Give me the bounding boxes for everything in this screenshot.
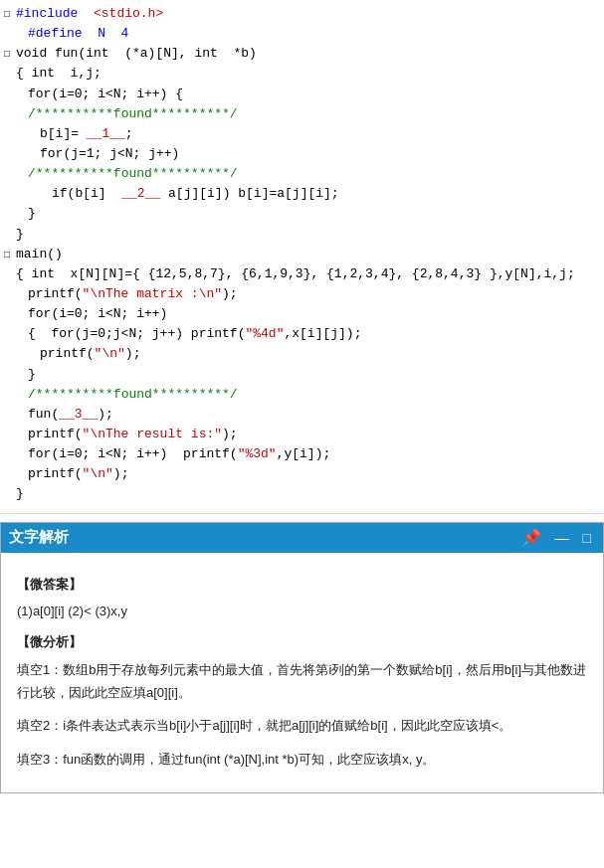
code-token: { for(j=0;j<N; j++) printf(: [28, 324, 245, 344]
code-token: );: [98, 405, 113, 425]
micro-answer-label: 【微答案】: [17, 573, 587, 596]
code-token: b[i]=: [40, 124, 87, 144]
code-token: for(i=0; i<N; i++): [28, 304, 167, 324]
block2-content: i条件表达式表示当b[i]小于a[j][i]时，就把a[j][i]的值赋给b[i…: [63, 718, 511, 733]
code-line: □void fun(int (*a)[N], int *b): [0, 44, 604, 64]
code-token: /: [28, 104, 36, 124]
code-token: }: [16, 484, 24, 504]
code-token: for(i=0; i<N; i++) printf(: [28, 444, 238, 464]
code-token: /: [28, 164, 36, 184]
code-line: for(i=0; i<N; i++) {: [0, 85, 604, 104]
code-token: <stdio.h>: [94, 4, 163, 24]
code-token: ;: [125, 124, 133, 144]
code-token: **********found**********/: [36, 385, 238, 405]
code-token: #include: [16, 4, 94, 24]
code-line: if(b[i] __2__ a[j][i]) b[i]=a[j][i];: [0, 184, 604, 204]
code-line: □#include <stdio.h>: [0, 4, 604, 24]
code-token: **********found**********/: [36, 164, 238, 184]
code-token: }: [28, 204, 36, 224]
code-token: ,y[i]);: [277, 444, 331, 464]
code-line: /**********found**********/: [0, 104, 604, 124]
pin-icon[interactable]: 📌: [521, 528, 541, 547]
code-token: { int x[N][N]={ {12,5,8,7}, {6,1,9,3}, {…: [16, 264, 575, 284]
code-line: #define N 4: [0, 24, 604, 44]
block3-label: 填空3：: [17, 752, 63, 767]
code-token: main(): [16, 245, 63, 264]
code-line: printf("\nThe matrix :\n");: [0, 284, 604, 304]
panel-title: 文字解析: [9, 528, 69, 547]
code-token: **********found**********/: [36, 104, 238, 124]
code-token: { int i,j;: [16, 64, 101, 84]
code-token: );: [125, 344, 141, 364]
code-token: __2__: [121, 184, 160, 204]
code-token: /: [28, 385, 36, 405]
block2: 填空2：i条件表达式表示当b[i]小于a[j][i]时，就把a[j][i]的值赋…: [17, 714, 587, 737]
code-line: }: [0, 365, 604, 385]
code-line: fun(__3__);: [0, 405, 604, 425]
fold-icon[interactable]: □: [4, 47, 14, 63]
code-line: { int i,j;: [0, 64, 604, 84]
block3-text: 填空3：fun函数的调用，通过fun(int (*a)[N],int *b)可知…: [17, 748, 587, 771]
code-token: );: [222, 284, 238, 304]
block2-label: 填空2：: [17, 718, 63, 733]
code-token: a[j][i]) b[i]=a[j][i];: [160, 184, 338, 204]
code-token: "\n": [83, 464, 113, 484]
code-line: □main(): [0, 245, 604, 264]
code-token: for(j=1; j<N; j++): [40, 144, 179, 164]
block3-content: fun函数的调用，通过fun(int (*a)[N],int *b)可知，此空应…: [63, 752, 435, 767]
block3: 填空3：fun函数的调用，通过fun(int (*a)[N],int *b)可知…: [17, 748, 587, 771]
block1: 填空1：数组b用于存放每列元素中的最大值，首先将第i列的第一个数赋给b[i]，然…: [17, 658, 587, 705]
minimize-button[interactable]: —: [551, 530, 573, 546]
code-token: for(i=0; i<N; i++) {: [28, 85, 183, 104]
code-section: □#include <stdio.h>#define N 4□void fun(…: [0, 0, 604, 514]
code-token: printf(: [28, 425, 83, 444]
code-token: "\n": [95, 344, 125, 364]
code-line: for(j=1; j<N; j++): [0, 144, 604, 164]
code-token: void fun(int (*a)[N], int *b): [16, 44, 257, 64]
code-line: }: [0, 225, 604, 245]
code-line: }: [0, 484, 604, 504]
code-token: printf(: [28, 284, 83, 304]
code-token: #define N 4: [28, 24, 128, 44]
code-line: printf("\nThe result is:");: [0, 425, 604, 444]
code-line: printf("\n");: [0, 344, 604, 364]
code-token: printf(: [40, 344, 95, 364]
code-token: );: [222, 425, 238, 444]
micro-analysis-label: 【微分析】: [17, 630, 587, 653]
code-token: if(b[i]: [52, 184, 121, 204]
code-token: "\nThe matrix :\n": [83, 284, 222, 304]
code-line: { int x[N][N]={ {12,5,8,7}, {6,1,9,3}, {…: [0, 264, 604, 284]
answer-text: (1)a[0][i] (2)< (3)x,y: [17, 600, 587, 622]
maximize-button[interactable]: □: [579, 530, 595, 546]
fold-icon[interactable]: □: [4, 248, 14, 263]
block1-label: 填空1：: [17, 662, 63, 677]
block1-content: 数组b用于存放每列元素中的最大值，首先将第i列的第一个数赋给b[i]，然后用b[…: [17, 662, 586, 700]
code-token: printf(: [28, 464, 83, 484]
code-line: /**********found**********/: [0, 385, 604, 405]
fold-icon[interactable]: □: [4, 7, 14, 23]
code-token: ,x[i][j]);: [284, 324, 361, 344]
code-line: for(i=0; i<N; i++) printf("%3d",y[i]);: [0, 444, 604, 464]
analysis-panel: 文字解析 📌 — □ 【微答案】 (1)a[0][i] (2)< (3)x,y …: [0, 522, 604, 794]
panel-titlebar: 文字解析 📌 — □: [1, 523, 603, 553]
code-line: { for(j=0;j<N; j++) printf("%4d",x[i][j]…: [0, 324, 604, 344]
code-token: fun(: [28, 405, 59, 425]
code-token: "%4d": [245, 324, 284, 344]
code-token: __1__: [87, 124, 125, 144]
code-line: /**********found**********/: [0, 164, 604, 184]
code-token: }: [16, 225, 24, 245]
code-token: __3__: [59, 405, 98, 425]
code-line: printf("\n");: [0, 464, 604, 484]
block1-text: 填空1：数组b用于存放每列元素中的最大值，首先将第i列的第一个数赋给b[i]，然…: [17, 658, 587, 705]
code-token: "%3d": [238, 444, 277, 464]
block2-text: 填空2：i条件表达式表示当b[i]小于a[j][i]时，就把a[j][i]的值赋…: [17, 714, 587, 737]
code-line: }: [0, 204, 604, 224]
code-token: );: [113, 464, 129, 484]
code-line: for(i=0; i<N; i++): [0, 304, 604, 324]
code-line: b[i]= __1__;: [0, 124, 604, 144]
panel-controls: 📌 — □: [521, 528, 595, 547]
code-token: "\nThe result is:": [83, 425, 222, 444]
panel-body: 【微答案】 (1)a[0][i] (2)< (3)x,y 【微分析】 填空1：数…: [1, 553, 603, 793]
code-token: }: [28, 365, 36, 385]
